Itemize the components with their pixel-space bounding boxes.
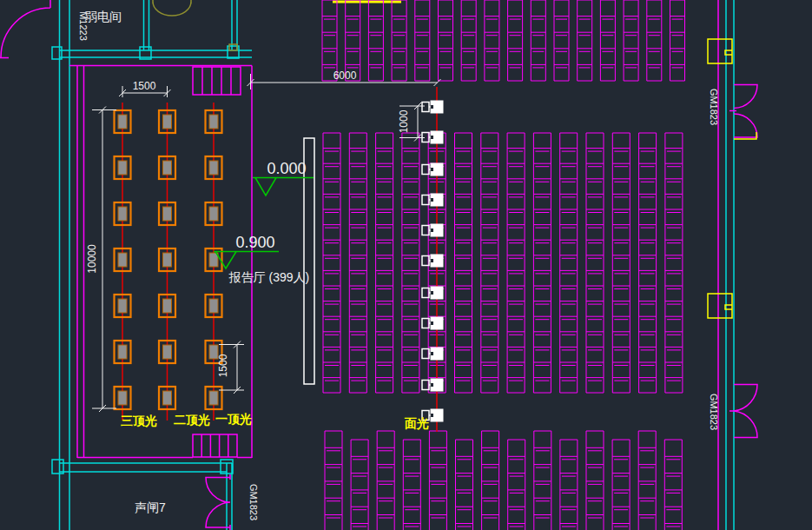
yellow-columns [708, 39, 756, 318]
room-label-weak-power: 弱电间 [85, 10, 122, 23]
dim-label-1000: 1000 [398, 109, 410, 133]
front-light-notch [431, 383, 433, 387]
stage-light-lens [163, 253, 172, 267]
elevation-label-floor: 0.000 [267, 160, 306, 177]
front-light-notch [431, 352, 433, 355]
stage-light-lens [163, 345, 172, 359]
top-light-2-label: 二顶光 [174, 413, 210, 427]
front-light-notch [431, 105, 433, 109]
dim-label-1500-top: 1500 [133, 80, 156, 92]
stage-light-lens [118, 345, 127, 359]
elevation-label-stage: 0.900 [235, 234, 274, 251]
stage-light-lens [118, 299, 127, 313]
elevation-markers [214, 178, 314, 269]
door-code-left: M1223 [78, 11, 89, 41]
stage-light-lens [163, 299, 172, 313]
door-code-right-top: GM1823 [709, 89, 719, 125]
dim-label-10000: 10000 [86, 244, 98, 274]
stairs-top [193, 67, 241, 95]
front-light-notch [431, 168, 433, 171]
hall-name-label: 报告厅 (399人) [228, 270, 310, 284]
seating-area [322, 0, 685, 530]
stage-light-lens [118, 115, 127, 129]
stage-light-lens [163, 115, 172, 129]
stage-light-lens [209, 161, 218, 175]
front-light-notch [431, 291, 433, 295]
front-light-notch [431, 259, 433, 262]
door-top-left [0, 0, 50, 58]
stage-light-lens [118, 253, 127, 267]
stage-light-lens [209, 115, 218, 129]
front-light-bracket [422, 103, 429, 112]
front-lights [422, 87, 444, 432]
door-olive-top-room [153, 0, 237, 50]
door-code-sound-lock: GM1823 [248, 484, 259, 520]
front-light-notch [431, 321, 433, 325]
seat-block-main [323, 133, 683, 393]
stage-light-lens [209, 207, 218, 221]
stage-lights [115, 103, 222, 421]
dim-label-6000: 6000 [333, 70, 357, 82]
dim-label-1500-side: 1500 [217, 354, 229, 377]
front-light-notch [431, 136, 433, 139]
front-light-label: 面光 [404, 416, 429, 430]
stairs-bottom [193, 434, 237, 457]
sound-lock-room-label: 声闸7 [135, 500, 166, 514]
cad-drawing-lecture-hall-lighting-plan: 弱电间 M1223 1500 6000 10000 1500 1000 0.00… [0, 0, 812, 530]
stage-light-lens [163, 207, 172, 221]
stage-light-lens [118, 207, 127, 221]
stage-light-lens [209, 299, 218, 313]
stage-light-lens [163, 161, 172, 175]
door-code-right-bottom: GM1823 [709, 394, 719, 430]
top-light-1-label: 一顶光 [215, 412, 252, 426]
stage-light-lens [209, 253, 218, 267]
front-light-notch [431, 414, 433, 417]
stage-light-lens [118, 161, 127, 175]
front-light-notch [431, 198, 433, 202]
stage-light-lens [118, 391, 127, 405]
stage-light-lens [209, 391, 218, 405]
seat-block-top [322, 0, 685, 81]
seat-block-bottom [325, 431, 682, 530]
stage-light-lens [163, 391, 172, 405]
front-light-notch [431, 229, 433, 232]
top-light-3-label: 三顶光 [121, 414, 157, 427]
